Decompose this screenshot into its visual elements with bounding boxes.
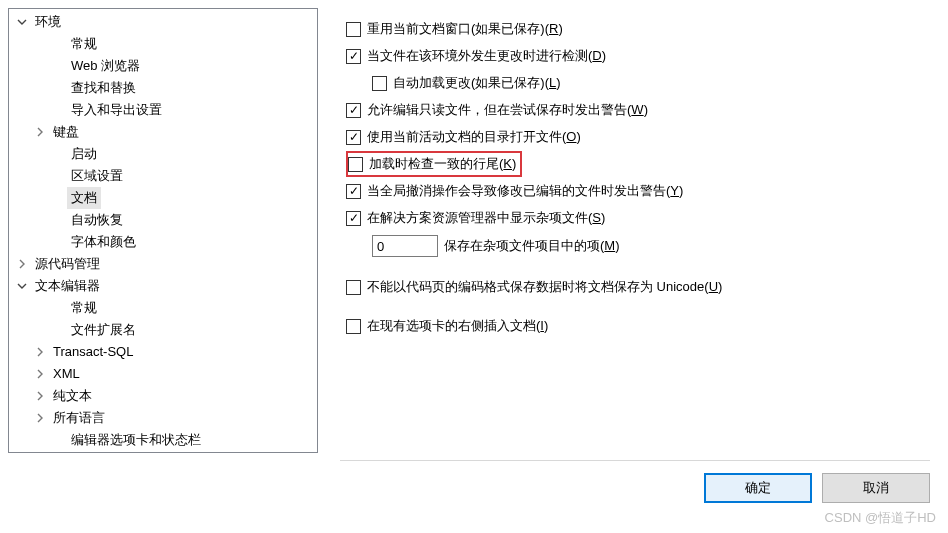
tree-item[interactable]: 编辑器选项卡和状态栏 [9,429,317,451]
cancel-button[interactable]: 取消 [822,473,930,503]
chevron-right-icon[interactable] [33,411,47,425]
opt-label: 当全局撤消操作会导致修改已编辑的文件时发出警告(Y) [367,182,683,200]
tree-item[interactable]: 文档 [9,187,317,209]
tree-item-label: 源代码管理 [31,253,104,275]
tree-item[interactable]: 所有语言 [9,407,317,429]
tree-item-label: XML [49,363,84,385]
tree-item[interactable]: 常规 [9,33,317,55]
tree-item-label: 文本编辑器 [31,275,104,297]
opt-label: 在解决方案资源管理器中显示杂项文件(S) [367,209,605,227]
chevron-right-icon[interactable] [15,257,29,271]
tree-item-label: Transact-SQL [49,341,137,363]
nav-tree-scroll[interactable]: 环境常规Web 浏览器查找和替换导入和导出设置键盘启动区域设置文档自动恢复字体和… [9,9,317,452]
tree-item-label: 启动 [67,143,101,165]
opt-label: 使用当前活动文档的目录打开文件(O) [367,128,581,146]
tree-item-label: 常规 [67,297,101,319]
tree-item[interactable]: 环境 [9,11,317,33]
tree-item-label: 纯文本 [49,385,96,407]
tree-item-label: 查找和替换 [67,77,140,99]
opt-unicode[interactable]: 不能以代码页的编码格式保存数据时将文档保存为 Unicode(U) [346,274,940,300]
opt-allow-readonly[interactable]: 允许编辑只读文件，但在尝试保存时发出警告(W) [346,97,940,123]
opt-check-line-ending[interactable]: 加载时检查一致的行尾(K) [346,151,522,177]
opt-auto-load[interactable]: 自动加载更改(如果已保存)(L) [372,70,940,96]
tree-item[interactable]: 自动恢复 [9,209,317,231]
checkbox-icon[interactable] [346,49,361,64]
tree-item-label: 文件扩展名 [67,319,140,341]
tree-item[interactable]: 区域设置 [9,165,317,187]
checkbox-icon[interactable] [346,280,361,295]
chevron-down-icon[interactable] [15,279,29,293]
chevron-right-icon[interactable] [33,389,47,403]
checkbox-icon[interactable] [346,319,361,334]
footer-separator [340,460,930,461]
opt-label: 在现有选项卡的右侧插入文档(I) [367,317,548,335]
tree-item-label: 字体和颜色 [67,231,140,253]
checkbox-icon[interactable] [372,76,387,91]
opt-open-with-dir[interactable]: 使用当前活动文档的目录打开文件(O) [346,124,940,150]
checkbox-icon[interactable] [346,22,361,37]
tree-item-label: 键盘 [49,121,83,143]
tree-item[interactable]: 查找和替换 [9,77,317,99]
tree-item-label: 编辑器选项卡和状态栏 [67,429,205,451]
chevron-down-icon[interactable] [15,15,29,29]
tree-item[interactable]: Transact-SQL [9,341,317,363]
options-panel: 重用当前文档窗口(如果已保存)(R) 当文件在该环境外发生更改时进行检测(D) … [318,8,940,452]
opt-label: 不能以代码页的编码格式保存数据时将文档保存为 Unicode(U) [367,278,722,296]
tree-item-label: 环境 [31,11,65,33]
tree-item[interactable]: 启动 [9,143,317,165]
tree-item-label: 所有语言 [49,407,109,429]
opt-label: 当文件在该环境外发生更改时进行检测(D) [367,47,606,65]
chevron-right-icon[interactable] [33,345,47,359]
checkbox-icon[interactable] [346,103,361,118]
tree-item[interactable]: XML [9,363,317,385]
chevron-right-icon[interactable] [33,367,47,381]
tree-item-label: 自动恢复 [67,209,127,231]
chevron-right-icon[interactable] [33,125,47,139]
tree-item[interactable]: 常规 [9,297,317,319]
checkbox-icon[interactable] [346,130,361,145]
tree-item-label: Web 浏览器 [67,55,144,77]
opt-label: 自动加载更改(如果已保存)(L) [393,74,561,92]
opt-reuse-window[interactable]: 重用当前文档窗口(如果已保存)(R) [346,16,940,42]
checkbox-icon[interactable] [346,184,361,199]
tree-item-label: 常规 [67,33,101,55]
tree-item[interactable]: 文件扩展名 [9,319,317,341]
tree-item[interactable]: 源代码管理 [9,253,317,275]
tree-item-label: 导入和导出设置 [67,99,166,121]
tree-item[interactable]: 字体和颜色 [9,231,317,253]
misc-count-input[interactable] [372,235,438,257]
opt-label: 保存在杂项文件项目中的项(M) [444,237,620,255]
opt-label: 加载时检查一致的行尾(K) [369,155,516,173]
checkbox-icon[interactable] [348,157,363,172]
tree-item-label: 区域设置 [67,165,127,187]
opt-misc-count-row: 保存在杂项文件项目中的项(M) [372,232,940,260]
tree-item[interactable]: 导入和导出设置 [9,99,317,121]
opt-insert-right[interactable]: 在现有选项卡的右侧插入文档(I) [346,313,940,339]
tree-item-label: 文档 [67,187,101,209]
tree-item[interactable]: 纯文本 [9,385,317,407]
tree-item[interactable]: 文本编辑器 [9,275,317,297]
tree-item[interactable]: 键盘 [9,121,317,143]
tree-item[interactable]: Web 浏览器 [9,55,317,77]
nav-tree-panel: 环境常规Web 浏览器查找和替换导入和导出设置键盘启动区域设置文档自动恢复字体和… [8,8,318,453]
opt-label: 重用当前文档窗口(如果已保存)(R) [367,20,563,38]
opt-undo-warn[interactable]: 当全局撤消操作会导致修改已编辑的文件时发出警告(Y) [346,178,940,204]
ok-button[interactable]: 确定 [704,473,812,503]
checkbox-icon[interactable] [346,211,361,226]
opt-show-misc[interactable]: 在解决方案资源管理器中显示杂项文件(S) [346,205,940,231]
opt-detect-changes[interactable]: 当文件在该环境外发生更改时进行检测(D) [346,43,940,69]
opt-label: 允许编辑只读文件，但在尝试保存时发出警告(W) [367,101,648,119]
watermark: CSDN @悟道子HD [825,509,936,527]
